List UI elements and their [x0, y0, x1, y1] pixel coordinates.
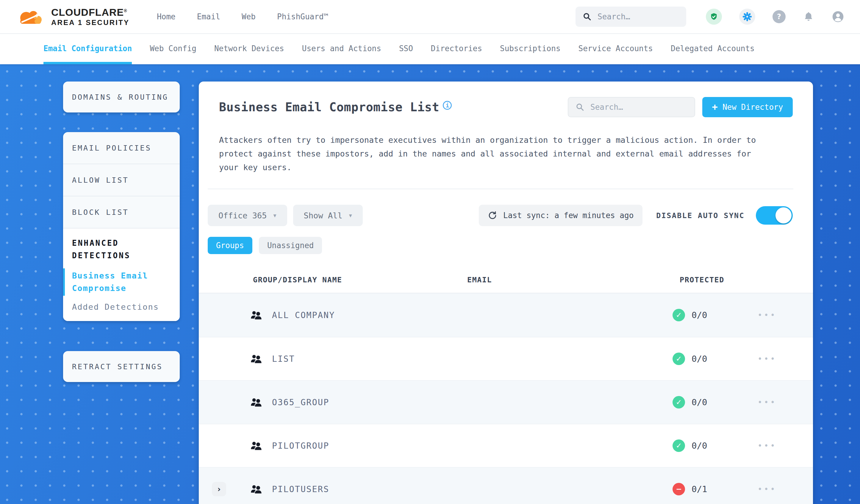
tab-web-config[interactable]: Web Config — [150, 34, 197, 64]
tab-users-and-actions[interactable]: Users and Actions — [302, 34, 381, 64]
nav-item-web[interactable]: Web — [242, 12, 256, 21]
protected-ok-icon: ✓ — [673, 309, 685, 321]
sidebar-item-block-list[interactable]: BLOCK LIST — [63, 196, 180, 229]
group-name: ALL COMPANY — [272, 310, 335, 320]
help-icon[interactable]: ? — [773, 10, 786, 23]
row-actions-icon[interactable]: ••• — [758, 398, 777, 407]
table-row[interactable]: LIST ✓ 0/0 ••• — [199, 337, 813, 380]
chevron-down-icon: ▾ — [273, 212, 276, 219]
table-header: GROUP/DISPLAY NAME EMAIL PROTECTED — [199, 272, 813, 293]
groups-table: GROUP/DISPLAY NAME EMAIL PROTECTED ALL C… — [199, 272, 813, 504]
sidebar-label: RETRACT SETTINGS — [72, 362, 163, 371]
sidebar-item-allow-list[interactable]: ALLOW LIST — [63, 164, 180, 196]
table-row[interactable]: › PILOTUSERS − 0/1 ••• — [199, 467, 813, 504]
sidebar-item-enhanced-detections[interactable]: ENHANCED DETECTIONS — [72, 237, 171, 262]
group-icon — [250, 354, 262, 363]
sidebar-item-domains-routing[interactable]: DOMAINS & ROUTING — [63, 82, 180, 113]
row-actions-icon[interactable]: ••• — [758, 485, 777, 493]
refresh-icon — [488, 211, 497, 220]
row-actions-icon[interactable]: ••• — [758, 311, 777, 319]
show-filter-value: Show All — [304, 211, 343, 220]
tab-sso[interactable]: SSO — [399, 34, 413, 64]
sidebar-item-retract-settings[interactable]: RETRACT SETTINGS — [63, 351, 180, 382]
cloudflare-brand[interactable]: CLOUDFLARE® AREA 1 SECURITY — [16, 7, 129, 27]
auto-sync-toggle[interactable] — [756, 206, 793, 225]
brand-subtitle: AREA 1 SECURITY — [51, 19, 129, 26]
group-name: LIST — [272, 354, 295, 364]
info-icon[interactable]: i — [443, 101, 452, 110]
table-row[interactable]: PILOTGROUP ✓ 0/0 ••• — [199, 424, 813, 467]
description-block: Attackers often try to impersonate execu… — [199, 117, 813, 174]
show-filter-select[interactable]: Show All ▾ — [293, 205, 363, 226]
protected-ok-icon: ✓ — [673, 352, 685, 365]
protected-blocked-icon: − — [673, 483, 685, 495]
tab-service-accounts[interactable]: Service Accounts — [578, 34, 653, 64]
protected-ok-icon: ✓ — [673, 396, 685, 408]
new-directory-button[interactable]: + New Directory — [702, 97, 793, 117]
group-icon — [250, 441, 262, 450]
protected-status: ✓ 0/0 — [673, 352, 707, 365]
chevron-down-icon: ▾ — [349, 212, 352, 219]
secondary-nav: Email Configuration Web Config Network D… — [0, 34, 860, 64]
sidebar-item-added-detections[interactable]: Added Detections — [72, 302, 171, 312]
tab-unassigned[interactable]: Unassigned — [259, 237, 322, 254]
column-protected: PROTECTED — [680, 275, 724, 284]
section-divider — [208, 189, 793, 189]
account-avatar-icon[interactable] — [831, 10, 845, 23]
sidebar-item-business-email-compromise[interactable]: Business Email Compromise — [72, 270, 171, 294]
group-icon — [250, 485, 262, 493]
toggle-knob — [775, 207, 791, 224]
new-directory-label: New Directory — [722, 103, 783, 112]
expand-row-button[interactable]: › — [212, 482, 226, 496]
protected-status: − 0/1 — [673, 483, 707, 495]
protected-status: ✓ 0/0 — [673, 440, 707, 452]
global-search[interactable] — [575, 6, 686, 27]
main-panel: Business Email Compromise List i + New D… — [199, 82, 813, 504]
nav-item-email[interactable]: Email — [197, 12, 220, 21]
protection-shield-icon[interactable] — [706, 9, 722, 25]
registered-mark: ® — [124, 8, 127, 13]
protected-count: 0/0 — [691, 441, 707, 451]
list-search-input[interactable] — [590, 103, 687, 112]
content-area: DOMAINS & ROUTING EMAIL POLICIES ALLOW L… — [0, 64, 860, 504]
global-search-input[interactable] — [598, 12, 679, 21]
bell-icon[interactable] — [803, 11, 814, 22]
app-window: CLOUDFLARE® AREA 1 SECURITY Home Email W… — [0, 0, 860, 504]
nav-item-phishguard[interactable]: PhishGuard™ — [277, 12, 328, 21]
directory-select[interactable]: Office 365 ▾ — [208, 205, 287, 226]
group-name: PILOTGROUP — [272, 441, 329, 451]
protected-ok-icon: ✓ — [673, 440, 685, 452]
group-name: PILOTUSERS — [272, 484, 329, 494]
protected-status: ✓ 0/0 — [673, 396, 707, 408]
table-row[interactable]: ALL COMPANY ✓ 0/0 ••• — [199, 293, 813, 337]
tab-subscriptions[interactable]: Subscriptions — [500, 34, 561, 64]
row-actions-icon[interactable]: ••• — [758, 441, 777, 450]
protected-count: 0/0 — [691, 397, 707, 407]
row-actions-icon[interactable]: ••• — [758, 354, 777, 363]
group-name: O365_GROUP — [272, 398, 329, 407]
gear-icon[interactable] — [739, 9, 755, 25]
sidebar-label: BLOCK LIST — [72, 208, 129, 217]
list-search[interactable] — [568, 97, 695, 117]
sidebar-item-email-policies[interactable]: EMAIL POLICIES — [63, 132, 180, 164]
protected-count: 0/0 — [691, 310, 707, 320]
primary-nav: Home Email Web PhishGuard™ — [157, 12, 328, 21]
tab-delegated-accounts[interactable]: Delegated Accounts — [671, 34, 755, 64]
directory-select-value: Office 365 — [218, 211, 267, 220]
nav-item-home[interactable]: Home — [157, 12, 175, 21]
column-group-display-name: GROUP/DISPLAY NAME — [253, 275, 342, 284]
auto-sync-label: DISABLE AUTO SYNC — [656, 211, 745, 220]
sidebar-section-enhanced-detections: ENHANCED DETECTIONS Business Email Compr… — [63, 229, 180, 321]
view-tabs: Groups Unassigned — [208, 237, 793, 254]
table-row[interactable]: O365_GROUP ✓ 0/0 ••• — [199, 380, 813, 424]
last-sync-button[interactable]: Last sync: a few minutes ago — [479, 205, 643, 226]
search-icon — [583, 12, 591, 21]
tab-email-configuration[interactable]: Email Configuration — [43, 34, 132, 64]
tab-directories[interactable]: Directories — [431, 34, 482, 64]
plus-icon: + — [712, 101, 718, 113]
top-header: CLOUDFLARE® AREA 1 SECURITY Home Email W… — [0, 0, 860, 34]
header-icons: ? — [706, 9, 845, 25]
tab-groups[interactable]: Groups — [208, 237, 252, 254]
tab-network-devices[interactable]: Network Devices — [214, 34, 284, 64]
sidebar-label: EMAIL POLICIES — [72, 144, 152, 152]
